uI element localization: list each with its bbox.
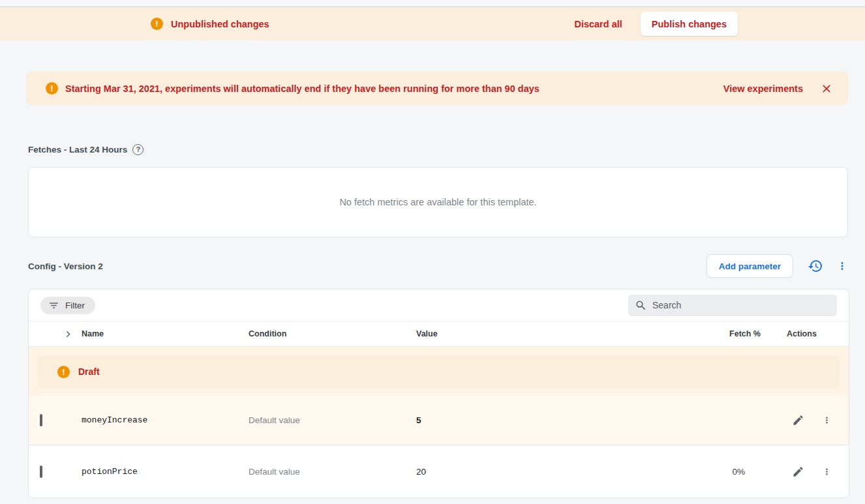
table-row[interactable]: potionPrice Default value 20 0% bbox=[29, 445, 849, 497]
draft-label: Draft bbox=[78, 366, 100, 377]
chevron-right-icon[interactable] bbox=[62, 328, 74, 340]
fetches-title: Fetches - Last 24 Hours bbox=[28, 145, 127, 155]
search-icon bbox=[635, 299, 647, 312]
discard-all-button[interactable]: Discard all bbox=[574, 19, 622, 29]
warning-icon: ! bbox=[151, 18, 163, 30]
param-value: 5 bbox=[416, 415, 707, 425]
param-name: potionPrice bbox=[82, 467, 249, 477]
header-actions: Actions bbox=[766, 329, 838, 338]
header-condition: Condition bbox=[249, 329, 416, 338]
param-name: moneyIncrease bbox=[82, 415, 249, 425]
param-value: 20 bbox=[416, 467, 707, 477]
config-table-card: Filter Name Condition Value Fetch % Acti… bbox=[28, 289, 849, 498]
expand-all-cell bbox=[40, 328, 82, 340]
row-checkbox[interactable] bbox=[40, 466, 42, 478]
more-vert-icon[interactable] bbox=[822, 415, 832, 425]
unpublished-changes-banner: ! Unpublished changes Discard all Publis… bbox=[0, 7, 865, 40]
warning-icon: ! bbox=[46, 82, 58, 95]
header-name: Name bbox=[82, 329, 249, 338]
add-parameter-button[interactable]: Add parameter bbox=[706, 254, 793, 278]
table-row[interactable]: moneyIncrease Default value 5 bbox=[29, 396, 849, 445]
help-icon[interactable]: ? bbox=[132, 144, 144, 155]
version-history-icon[interactable] bbox=[808, 258, 823, 274]
search-input[interactable] bbox=[652, 300, 830, 310]
experiments-notice-banner: ! Starting Mar 31, 2021, experiments wil… bbox=[26, 72, 848, 105]
header-fetch-percent: Fetch % bbox=[707, 329, 766, 338]
row-actions bbox=[766, 414, 838, 426]
fetch-metrics-card: No fetch metrics are available for this … bbox=[28, 167, 848, 237]
notice-message: Starting Mar 31, 2021, experiments will … bbox=[65, 83, 539, 94]
unpublished-message-group: ! Unpublished changes bbox=[151, 18, 269, 30]
param-condition: Default value bbox=[249, 467, 416, 477]
edit-pencil-icon[interactable] bbox=[792, 414, 804, 426]
filter-label: Filter bbox=[65, 301, 85, 310]
row-actions bbox=[766, 466, 838, 478]
config-section-header: Config - Version 2 Add parameter bbox=[28, 254, 848, 278]
row-checkbox[interactable] bbox=[40, 414, 42, 426]
fetches-section-header: Fetches - Last 24 Hours ? bbox=[28, 144, 865, 155]
more-vert-icon[interactable] bbox=[822, 467, 832, 477]
more-vert-icon[interactable] bbox=[836, 260, 848, 272]
top-strip bbox=[0, 0, 865, 7]
warning-icon: ! bbox=[57, 366, 70, 378]
param-fetch-percent: 0% bbox=[707, 467, 766, 477]
config-title: Config - Version 2 bbox=[28, 261, 103, 271]
table-header-row: Name Condition Value Fetch % Actions bbox=[29, 321, 849, 347]
table-toolbar: Filter bbox=[29, 289, 849, 321]
view-experiments-link[interactable]: View experiments bbox=[723, 83, 803, 94]
param-condition: Default value bbox=[249, 415, 416, 425]
row-checkbox-cell bbox=[40, 467, 82, 477]
edit-pencil-icon[interactable] bbox=[792, 466, 804, 478]
draft-section: ! Draft bbox=[29, 347, 849, 396]
unpublished-message: Unpublished changes bbox=[171, 19, 269, 29]
filter-button[interactable]: Filter bbox=[40, 297, 95, 314]
header-value: Value bbox=[416, 329, 707, 338]
draft-banner: ! Draft bbox=[38, 355, 840, 388]
fetch-empty-message: No fetch metrics are available for this … bbox=[339, 197, 536, 207]
close-icon[interactable] bbox=[819, 81, 834, 96]
publish-changes-button[interactable]: Publish changes bbox=[641, 12, 738, 36]
search-box bbox=[628, 295, 837, 316]
filter-icon bbox=[48, 300, 59, 311]
row-checkbox-cell bbox=[40, 415, 82, 425]
